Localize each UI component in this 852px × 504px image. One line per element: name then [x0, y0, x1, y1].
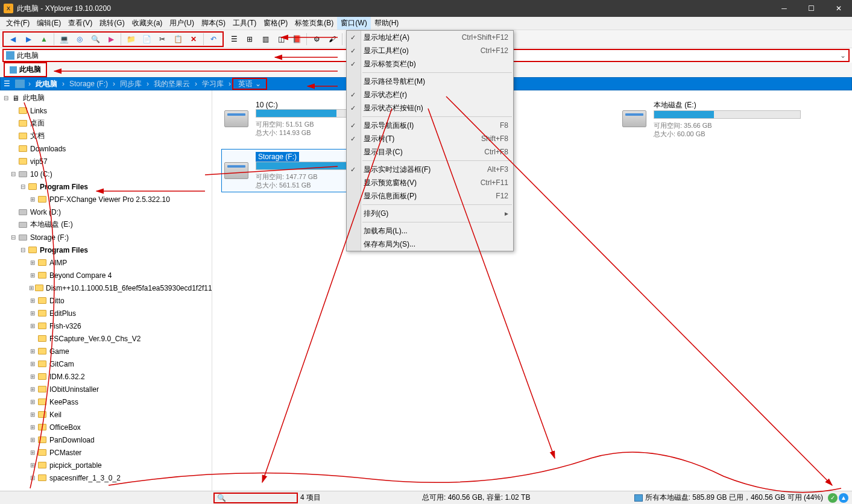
menu-item[interactable]: ✓显示工具栏(o)Ctrl+F12	[347, 44, 513, 57]
tree-toggle-icon[interactable]: ⊟	[19, 247, 27, 254]
bc-seg-3[interactable]: 我的坚果云	[150, 79, 194, 89]
tree-toggle-icon[interactable]: ⊞	[29, 272, 36, 279]
tree-item[interactable]: 文档	[0, 130, 212, 142]
live-filter-input[interactable]: 🔍	[213, 493, 298, 503]
tree-item[interactable]: FSCapture_Ver.9.0_Chs_V2	[0, 332, 212, 345]
play-icon[interactable]: ▶	[104, 32, 118, 46]
book-icon[interactable]: 📕	[289, 32, 304, 46]
menu-item[interactable]: 排列(G)▸	[347, 207, 513, 220]
tree-item[interactable]: ⊟Program Files	[0, 180, 212, 193]
tree-item[interactable]: ⊞PanDownload	[0, 433, 212, 446]
tree-item[interactable]: ⊞GitCam	[0, 358, 212, 370]
view-list-icon[interactable]: ☰	[227, 32, 241, 46]
menu-item[interactable]: 保存布局为(S)...	[347, 238, 513, 251]
tree-item[interactable]: ⊟Program Files	[0, 244, 212, 256]
menu-4[interactable]: 收藏夹(a)	[128, 17, 166, 30]
view-details-icon[interactable]: ⊞	[242, 32, 257, 46]
tree-toggle-icon[interactable]	[10, 209, 17, 216]
tree-item[interactable]: ⊞picpick_portable	[0, 459, 212, 471]
brush-icon[interactable]: 🖌	[325, 32, 339, 46]
new-folder-icon[interactable]: 📁	[124, 32, 138, 46]
tree-item[interactable]: ⊞IDM.6.32.2	[0, 370, 212, 383]
tree-toggle-icon[interactable]: ⊞	[29, 196, 36, 203]
tree-item[interactable]: Downloads	[0, 142, 212, 155]
tree-item[interactable]: ⊞Fish-v326	[0, 320, 212, 332]
tab-this-pc[interactable]: 此电脑	[4, 62, 47, 77]
bc-seg-2[interactable]: 同步库	[116, 79, 145, 89]
menu-item[interactable]: 加载布局(L)...	[347, 224, 513, 238]
bc-seg-4[interactable]: 学习库	[198, 79, 227, 89]
menu-item[interactable]: 显示信息面板(P)F12	[347, 189, 513, 203]
tree-pane[interactable]: ⊟此电脑Links桌面文档Downloadsvip57⊟10 (C:)⊟Prog…	[0, 90, 212, 493]
menu-item[interactable]: 显示路径导航栏(M)	[347, 75, 513, 88]
close-button[interactable]: ✕	[825, 0, 852, 17]
menu-item[interactable]: ✓显示实时过滤器框(F)Alt+F3	[347, 163, 513, 176]
target-icon[interactable]: ◎	[72, 32, 87, 46]
tree-item[interactable]: 本地磁盘 (E:)	[0, 218, 212, 231]
tree-item[interactable]: ⊞KeePass	[0, 395, 212, 408]
menu-item[interactable]: 显示目录(C)Ctrl+F8	[347, 145, 513, 159]
tree-item[interactable]: ⊞PDF-XChange Viewer Pro 2.5.322.10	[0, 193, 212, 206]
menu-1[interactable]: 编辑(E)	[33, 17, 65, 30]
gear-icon[interactable]: ⚙	[309, 32, 324, 46]
delete-icon[interactable]: ✕	[186, 32, 201, 46]
tree-toggle-icon[interactable]: ⊞	[29, 285, 34, 292]
tree-item[interactable]: ⊞OfficeBox	[0, 421, 212, 433]
tree-toggle-icon[interactable]: ⊞	[29, 310, 36, 317]
menu-item[interactable]: ✓显示导航面板(I)F8	[347, 119, 513, 132]
maximize-button[interactable]: ☐	[798, 0, 825, 17]
tree-toggle-icon[interactable]: ⊞	[29, 449, 36, 456]
menu-item[interactable]: ✓显示状态栏按钮(n)	[347, 101, 513, 115]
drive-icon[interactable]: 💻	[57, 32, 71, 46]
tree-toggle-icon[interactable]: ⊞	[29, 373, 36, 380]
tree-item[interactable]: ⊞Game	[0, 345, 212, 358]
status-sync-badge[interactable]: ▲	[839, 493, 848, 503]
tree-item[interactable]: Links	[0, 104, 212, 117]
tree-toggle-icon[interactable]: ⊞	[29, 386, 36, 393]
tree-item[interactable]: vip57	[0, 155, 212, 168]
menu-5[interactable]: 用户(U)	[166, 17, 198, 30]
address-dropdown-icon[interactable]: ⌄	[840, 51, 846, 60]
tree-toggle-icon[interactable]	[10, 120, 17, 127]
tree-toggle-icon[interactable]	[10, 158, 17, 165]
dual-pane-icon[interactable]: ◫	[274, 32, 288, 46]
back-button[interactable]: ◀	[5, 32, 20, 46]
menu-6[interactable]: 脚本(S)	[198, 17, 229, 30]
menu-item[interactable]: ✓显示标签页栏(b)	[347, 57, 513, 71]
menu-10[interactable]: 窗口(W)	[337, 17, 370, 30]
cut-icon[interactable]: ✂	[155, 32, 169, 46]
tree-toggle-icon[interactable]: ⊞	[29, 361, 36, 368]
tree-item[interactable]: ⊞PCMaster	[0, 446, 212, 459]
undo-icon[interactable]: ↶	[206, 32, 221, 46]
tree-toggle-icon[interactable]	[10, 107, 17, 115]
breadcrumb-pc-icon[interactable]	[15, 80, 25, 88]
paste-icon[interactable]: 📋	[171, 32, 185, 46]
tree-item[interactable]: ⊞Keil	[0, 408, 212, 421]
tree-item[interactable]: ⊟此电脑	[0, 92, 212, 104]
details-pane[interactable]: 10 (C:) 可用空间: 51.51 GB 总大小: 114.93 GB 本地…	[212, 90, 852, 493]
breadcrumb-menu-icon[interactable]: ☰	[1, 78, 13, 90]
minimize-button[interactable]: ─	[771, 0, 798, 17]
panes-icon[interactable]: ▥	[258, 32, 273, 46]
tree-toggle-icon[interactable]: ⊞	[29, 436, 36, 444]
tree-item[interactable]: ⊞Beyond Compare 4	[0, 269, 212, 282]
menu-9[interactable]: 标签页集(B)	[291, 17, 337, 30]
tree-toggle-icon[interactable]: ⊞	[29, 259, 36, 266]
tree-toggle-icon[interactable]: ⊞	[29, 398, 36, 406]
tree-toggle-icon[interactable]: ⊞	[29, 462, 36, 469]
tree-item[interactable]: Work (D:)	[0, 206, 212, 218]
tree-toggle-icon[interactable]	[29, 335, 36, 342]
tree-item[interactable]: ⊞spacesniffer_1_3_0_2	[0, 471, 212, 484]
tree-toggle-icon[interactable]	[10, 145, 17, 153]
tree-toggle-icon[interactable]: ⊞	[29, 411, 36, 418]
tree-toggle-icon[interactable]: ⊞	[29, 424, 36, 431]
menu-item[interactable]: ✓显示地址栏(A)Ctrl+Shift+F12	[347, 31, 513, 44]
menu-0[interactable]: 文件(F)	[2, 17, 33, 30]
bc-seg-5[interactable]: 英语⌄	[232, 78, 267, 90]
menu-7[interactable]: 工具(T)	[229, 17, 260, 30]
menu-3[interactable]: 跳转(G)	[96, 17, 128, 30]
up-button[interactable]: ▲	[37, 32, 51, 46]
tree-toggle-icon[interactable]: ⊟	[19, 183, 27, 191]
tree-toggle-icon[interactable]: ⊞	[29, 348, 36, 355]
copy-icon[interactable]: 📄	[139, 32, 154, 46]
